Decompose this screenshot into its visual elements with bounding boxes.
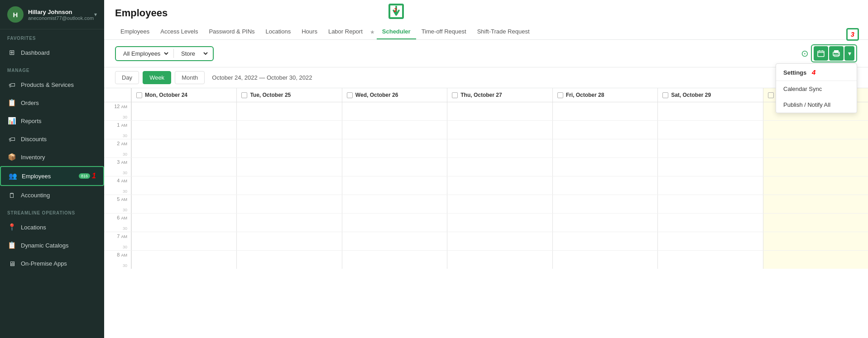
day-cell-3-hour-6[interactable] [447,214,552,232]
day-cell-1-hour-3[interactable] [236,158,341,176]
day-cell-4-hour-1[interactable] [552,121,657,139]
day-view-button[interactable]: Day [115,71,139,84]
day-cell-1-hour-5[interactable] [236,195,341,213]
tab-labor-report[interactable]: Labor Report [323,24,368,39]
day-cell-2-hour-2[interactable] [342,139,447,157]
day-cell-6-hour-2[interactable] [763,139,868,157]
sidebar-item-on-premise-apps[interactable]: 🖥 On-Premise Apps [0,254,104,272]
day-cell-2-hour-4[interactable] [342,176,447,195]
day-cell-5-hour-4[interactable] [657,176,762,195]
day-cell-3-hour-3[interactable] [447,158,552,176]
day-cell-5-hour-6[interactable] [657,214,762,232]
day-cell-5-hour-3[interactable] [657,158,762,176]
day-cell-0-hour-6[interactable] [131,214,236,232]
day-cell-3-hour-2[interactable] [447,139,552,157]
day-cell-1-hour-2[interactable] [236,139,341,157]
day-cell-5-hour-8[interactable] [657,251,762,269]
day-cell-2-hour-7[interactable] [342,232,447,250]
sidebar-item-dynamic-catalogs[interactable]: 📋 Dynamic Catalogs [0,236,104,254]
day-cell-5-hour-12[interactable] [657,102,762,120]
day-cell-6-hour-3[interactable] [763,158,868,176]
calendar-container[interactable]: Mon, October 24 Tue, October 25 Wed, Oct… [104,88,868,338]
tue-checkbox[interactable] [241,92,247,98]
day-cell-2-hour-6[interactable] [342,214,447,232]
day-cell-1-hour-1[interactable] [236,121,341,139]
day-cell-0-hour-7[interactable] [131,232,236,250]
day-cell-4-hour-12[interactable] [552,102,657,120]
day-cell-1-hour-7[interactable] [236,232,341,250]
employee-filter-select[interactable]: All Employees Active Inactive [120,49,170,58]
day-cell-6-hour-8[interactable] [763,251,868,269]
day-cell-2-hour-12[interactable] [342,102,447,120]
day-cell-4-hour-4[interactable] [552,176,657,195]
day-cell-5-hour-5[interactable] [657,195,762,213]
thu-checkbox[interactable] [452,92,458,98]
day-cell-2-hour-5[interactable] [342,195,447,213]
day-cell-3-hour-5[interactable] [447,195,552,213]
day-cell-2-hour-1[interactable] [342,121,447,139]
day-cell-6-hour-4[interactable] [763,176,868,195]
day-cell-0-hour-1[interactable] [131,121,236,139]
dropdown-publish-notify[interactable]: Publish / Notify All [776,97,857,113]
more-options-dropdown-button[interactable]: ▾ [844,46,854,61]
tab-hours[interactable]: Hours [296,24,323,39]
day-cell-0-hour-3[interactable] [131,158,236,176]
day-cell-0-hour-4[interactable] [131,176,236,195]
day-cell-4-hour-5[interactable] [552,195,657,213]
print-button[interactable] [829,46,844,61]
day-cell-1-hour-4[interactable] [236,176,341,195]
sidebar-item-employees[interactable]: 👥 Employees 816 1 [0,166,104,186]
sidebar-item-reports[interactable]: 📊 Reports [0,112,104,130]
day-cell-6-hour-6[interactable] [763,214,868,232]
sidebar-item-locations[interactable]: 📍 Locations [0,218,104,236]
day-cell-1-hour-8[interactable] [236,251,341,269]
day-cell-0-hour-8[interactable] [131,251,236,269]
day-cell-4-hour-6[interactable] [552,214,657,232]
sidebar-item-dashboard[interactable]: ⊞ Dashboard [0,43,104,62]
day-cell-1-hour-12[interactable] [236,102,341,120]
day-cell-0-hour-5[interactable] [131,195,236,213]
day-cell-5-hour-1[interactable] [657,121,762,139]
calendar-button[interactable] [814,46,828,61]
day-cell-6-hour-5[interactable] [763,195,868,213]
day-cell-1-hour-6[interactable] [236,214,341,232]
tab-shifttrade[interactable]: Shift-Trade Request [472,24,535,39]
day-cell-3-hour-12[interactable] [447,102,552,120]
day-cell-4-hour-8[interactable] [552,251,657,269]
dropdown-settings[interactable]: Settings 4 [776,64,857,81]
tab-locations[interactable]: Locations [260,24,297,39]
sidebar-item-orders[interactable]: 📋 Orders [0,94,104,112]
week-view-button[interactable]: Week [143,71,171,84]
tab-scheduler[interactable]: 2 Scheduler [377,24,416,39]
wed-checkbox[interactable] [347,92,353,98]
mon-checkbox[interactable] [136,92,142,98]
tab-timeoff[interactable]: Time-off Request [416,24,472,39]
day-cell-5-hour-2[interactable] [657,139,762,157]
user-menu[interactable]: H Hillary Johnson aneconomist77@outlook.… [0,0,104,29]
sun-checkbox[interactable] [768,92,774,98]
day-cell-2-hour-8[interactable] [342,251,447,269]
sidebar-item-products-services[interactable]: 🏷 Products & Services [0,76,104,94]
day-cell-3-hour-1[interactable] [447,121,552,139]
sidebar-item-inventory[interactable]: 📦 Inventory [0,148,104,166]
month-view-button[interactable]: Month [175,71,205,84]
sidebar-item-discounts[interactable]: 🏷 Discounts [0,130,104,148]
day-cell-4-hour-3[interactable] [552,158,657,176]
sidebar-item-accounting[interactable]: 🗒 Accounting [0,186,104,204]
day-cell-4-hour-2[interactable] [552,139,657,157]
day-cell-3-hour-4[interactable] [447,176,552,195]
day-cell-0-hour-12[interactable] [131,102,236,120]
tab-employees[interactable]: Employees [115,24,155,39]
store-filter-select[interactable]: Store Store 1 Store 2 [177,49,209,58]
day-cell-4-hour-7[interactable] [552,232,657,250]
tab-access-levels[interactable]: Access Levels [155,24,203,39]
day-cell-3-hour-8[interactable] [447,251,552,269]
day-cell-0-hour-2[interactable] [131,139,236,157]
day-cell-6-hour-7[interactable] [763,232,868,250]
tab-password-pins[interactable]: Password & PINs [203,24,260,39]
day-cell-3-hour-7[interactable] [447,232,552,250]
dropdown-calendar-sync[interactable]: Calendar Sync [776,81,857,97]
fri-checkbox[interactable] [557,92,563,98]
day-cell-2-hour-3[interactable] [342,158,447,176]
day-cell-6-hour-1[interactable] [763,121,868,139]
